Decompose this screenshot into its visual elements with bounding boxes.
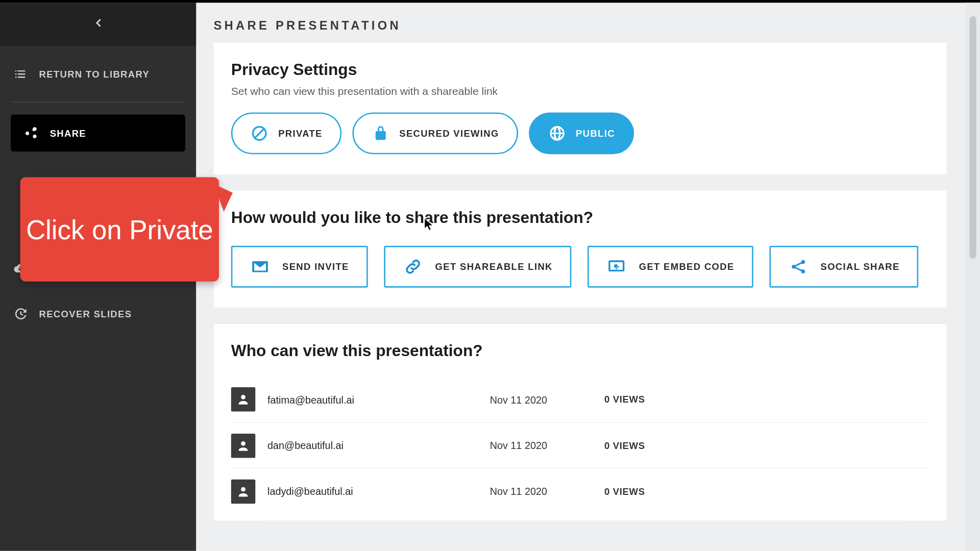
annotation-text: Click on Private (26, 214, 213, 245)
page-title: SHARE PRESENTATION (196, 3, 980, 42)
lock-icon (371, 124, 390, 143)
viewer-date: Nov 11 2020 (490, 486, 604, 497)
viewer-views: 0 VIEWS (604, 486, 645, 496)
viewers-heading: Who can view this presentation? (231, 341, 929, 360)
privacy-option-private[interactable]: PRIVATE (231, 112, 341, 154)
svg-line-3 (255, 129, 264, 138)
viewer-email: dan@beautiful.ai (267, 440, 490, 451)
main-panel: SHARE PRESENTATION Privacy Settings Set … (196, 3, 980, 550)
viewer-date: Nov 11 2020 (490, 440, 604, 451)
share-icon (23, 125, 39, 141)
avatar (231, 387, 256, 412)
back-button[interactable] (0, 3, 196, 45)
viewer-email: ladydi@beautiful.ai (267, 486, 490, 497)
viewer-date: Nov 11 2020 (490, 394, 604, 405)
annotation-callout: Click on Private (20, 177, 219, 282)
get-shareable-link-button[interactable]: GET SHAREABLE LINK (384, 246, 571, 288)
block-icon (250, 124, 269, 143)
globe-icon (548, 124, 567, 143)
tile-label: GET SHAREABLE LINK (435, 261, 553, 272)
sidebar-item-label: SHARE (50, 128, 86, 138)
option-label: PRIVATE (278, 128, 323, 139)
link-icon (403, 257, 423, 277)
share-methods-card: How would you like to share this present… (213, 191, 946, 308)
tile-label: SEND INVITE (282, 261, 349, 272)
sidebar-item-share[interactable]: SHARE (11, 114, 185, 152)
viewers-card: Who can view this presentation? fatima@b… (213, 324, 946, 520)
privacy-subtext: Set who can view this presentation with … (231, 86, 929, 98)
chevron-left-icon (92, 17, 104, 32)
avatar (231, 479, 256, 504)
privacy-option-secured[interactable]: SECURED VIEWING (352, 112, 518, 154)
sidebar-item-label: RETURN TO LIBRARY (39, 68, 150, 79)
tile-label: SOCIAL SHARE (821, 261, 900, 272)
viewer-views: 0 VIEWS (604, 394, 645, 405)
privacy-settings-card: Privacy Settings Set who can view this p… (213, 42, 946, 174)
list-icon (12, 66, 29, 82)
viewer-row[interactable]: ladydi@beautiful.ai Nov 11 2020 0 VIEWS (231, 468, 929, 514)
embed-icon (606, 257, 627, 277)
sidebar-item-recover-slides[interactable]: RECOVER SLIDES (0, 295, 196, 332)
share-methods-heading: How would you like to share this present… (231, 208, 929, 227)
viewer-row[interactable]: fatima@beautiful.ai Nov 11 2020 0 VIEWS (231, 377, 929, 422)
social-share-button[interactable]: SOCIAL SHARE (769, 246, 918, 288)
viewer-views: 0 VIEWS (604, 440, 645, 451)
viewer-email: fatima@beautiful.ai (267, 394, 490, 405)
sidebar-item-label: RECOVER SLIDES (39, 308, 132, 319)
sidebar-item-return-library[interactable]: RETURN TO LIBRARY (0, 55, 196, 92)
send-invite-button[interactable]: SEND INVITE (231, 246, 368, 288)
avatar (231, 433, 256, 458)
privacy-heading: Privacy Settings (231, 60, 929, 79)
option-label: SECURED VIEWING (399, 128, 499, 139)
option-label: PUBLIC (576, 128, 615, 139)
mail-icon (250, 257, 271, 277)
history-icon (12, 306, 29, 322)
tile-label: GET EMBED CODE (639, 261, 734, 272)
viewer-row[interactable]: dan@beautiful.ai Nov 11 2020 0 VIEWS (231, 422, 929, 468)
share-icon (788, 257, 808, 277)
privacy-option-public[interactable]: PUBLIC (529, 112, 634, 154)
get-embed-code-button[interactable]: GET EMBED CODE (587, 246, 753, 288)
